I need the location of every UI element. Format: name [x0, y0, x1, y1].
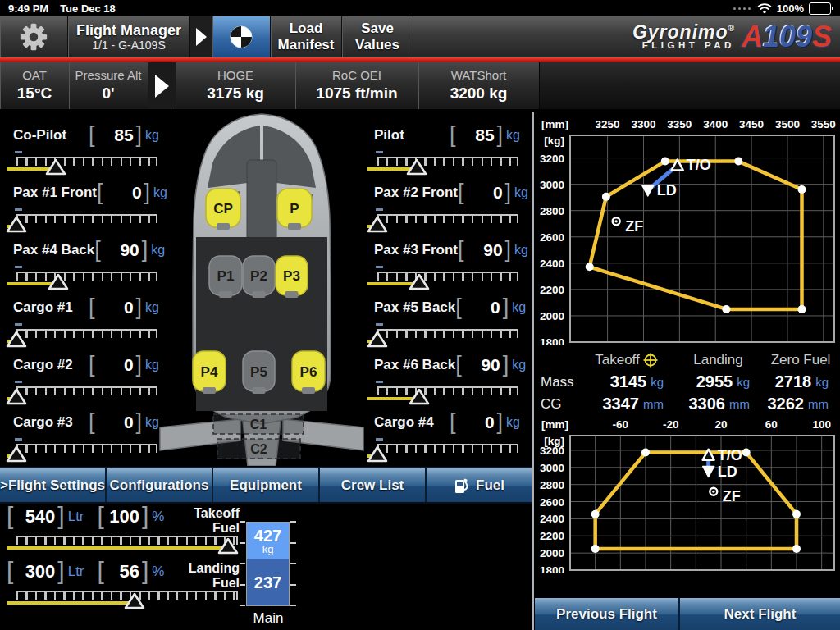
expand-arrow[interactable]: [190, 16, 212, 57]
slider-track[interactable]: [368, 386, 520, 406]
flight-manager-button[interactable]: Flight Manager 1/1 - G-A109S: [68, 16, 190, 57]
tab-flight-settings[interactable]: >Flight Settings: [0, 468, 107, 502]
slider-thumb[interactable]: [367, 445, 388, 463]
save-values-line2: Values: [355, 37, 399, 53]
slider-ruler: [16, 386, 158, 395]
slider-track[interactable]: [368, 329, 520, 349]
tab-crew-list[interactable]: Crew List: [320, 468, 427, 502]
seat-P4[interactable]: P4: [193, 351, 226, 394]
svg-text:100: 100: [812, 418, 831, 431]
seat-P[interactable]: P: [277, 189, 312, 230]
next-flight-button[interactable]: Next Flight: [680, 598, 840, 630]
oat-label: OAT: [22, 68, 47, 84]
roc-oei-cell[interactable]: RoC OEI 1075 ft/min: [295, 62, 419, 109]
slider-track[interactable]: [7, 272, 159, 291]
tab-fuel-label: Fuel: [476, 477, 504, 494]
fuel-slider-track[interactable]: [7, 591, 240, 610]
slider-value-field[interactable]: [0]kg: [89, 355, 159, 375]
fuel-tank-name: Main: [236, 610, 300, 627]
previous-flight-button[interactable]: Previous Flight: [535, 598, 680, 630]
slider-fill: [7, 546, 222, 550]
svg-text:20: 20: [714, 418, 727, 431]
slider-thumb[interactable]: [48, 272, 69, 290]
tab-fuel[interactable]: Fuel: [427, 468, 532, 502]
hoge-label: HOGE: [217, 68, 253, 84]
fuel-percent-field[interactable]: [100]%: [98, 506, 165, 527]
settings-button[interactable]: [0, 16, 68, 57]
slider-track[interactable]: [368, 214, 520, 234]
svg-text:2600: 2600: [540, 231, 564, 244]
slider-value-field[interactable]: [0]kg: [450, 413, 520, 432]
slider-value-field[interactable]: [0]kg: [97, 183, 167, 203]
seat-P1[interactable]: P1: [209, 256, 242, 298]
seat-CP[interactable]: CP: [206, 189, 240, 230]
svg-text:P3: P3: [283, 268, 300, 284]
slider-value-field[interactable]: [0]kg: [89, 298, 159, 317]
slider-thumb[interactable]: [6, 445, 27, 463]
load-manifest-button[interactable]: Load Manifest: [271, 16, 342, 57]
tab-configurations[interactable]: Configurations: [107, 468, 213, 502]
slider-value-field[interactable]: [90]kg: [455, 355, 526, 375]
slider-thumb[interactable]: [367, 215, 388, 233]
svg-text:3550: 3550: [811, 118, 836, 130]
slider-track[interactable]: [7, 214, 159, 234]
slider-value-field[interactable]: [90]kg: [94, 240, 165, 260]
hoge-cell[interactable]: HOGE 3175 kg: [176, 62, 296, 109]
slider-track[interactable]: [7, 444, 159, 463]
seat-P2[interactable]: P2: [243, 256, 275, 298]
performance-bar: OAT 15°C Pressure Alt 0' HOGE 3175 kg Ro…: [0, 62, 840, 110]
seat-P3[interactable]: P3: [276, 256, 308, 298]
slider-thumb[interactable]: [6, 387, 27, 405]
slider-track[interactable]: [368, 444, 520, 463]
slider-thumb[interactable]: [409, 387, 430, 405]
cargo-C2[interactable]: C2: [217, 439, 300, 459]
tab-equipment[interactable]: Equipment: [213, 468, 320, 502]
pressure-alt-cell[interactable]: Pressure Alt 0': [69, 62, 148, 109]
slider-track[interactable]: [368, 157, 520, 176]
svg-text:P6: P6: [300, 364, 317, 380]
slider-label: Pax #2 Front: [374, 185, 458, 201]
performance-expand-arrow[interactable]: [148, 62, 176, 109]
fuel-tank-gauge[interactable]: 427kg 237: [246, 522, 290, 606]
fuel-litres-field[interactable]: [300]Ltr: [7, 561, 84, 582]
landing-mass: 2955kg: [675, 371, 761, 393]
save-values-button[interactable]: Save Values: [342, 16, 413, 57]
load-slider-pax-4-back: Pax #4 Back[90]kg: [7, 234, 159, 290]
slider-value-field[interactable]: [0]kg: [458, 183, 528, 203]
load-slider-cargo-2: Cargo #2[0]kg: [7, 349, 159, 404]
slider-value-field[interactable]: [90]kg: [458, 240, 528, 260]
brand-logo: Gyronimo® FLIGHT PAD A109S: [632, 16, 840, 57]
slider-track[interactable]: [7, 329, 159, 349]
cargo-C1[interactable]: C1: [213, 414, 304, 434]
mass-cg-table: Takeoff Landing Zero Fuel Mass 3145kg 29…: [537, 349, 840, 415]
slider-thumb[interactable]: [406, 158, 427, 176]
load-slider-pax-2-front: Pax #2 Front[0]kg: [368, 176, 520, 232]
slider-track[interactable]: [7, 386, 159, 406]
slider-fill: [368, 167, 411, 171]
slider-thumb[interactable]: [124, 591, 145, 609]
oat-cell[interactable]: OAT 15°C: [0, 62, 70, 109]
svg-text:[kg]: [kg]: [544, 435, 564, 447]
fuel-litres-field[interactable]: [540]Ltr: [7, 506, 84, 527]
slider-thumb[interactable]: [6, 330, 27, 348]
slider-track[interactable]: [7, 157, 159, 176]
slider-thumb[interactable]: [45, 158, 66, 176]
slider-value-field[interactable]: [0]kg: [89, 413, 159, 432]
seat-P5[interactable]: P5: [243, 351, 275, 394]
slider-thumb[interactable]: [6, 215, 27, 233]
panel-divider[interactable]: [532, 112, 534, 630]
slider-fill: [368, 282, 413, 285]
slider-thumb[interactable]: [367, 330, 388, 348]
cg-view-button[interactable]: [212, 16, 271, 57]
slider-value-field[interactable]: [0]kg: [455, 298, 526, 317]
watshort-cell[interactable]: WATShort 3200 kg: [418, 62, 540, 109]
seat-P6[interactable]: P6: [292, 351, 325, 394]
flight-manager-title: Flight Manager: [76, 22, 181, 39]
slider-thumb[interactable]: [217, 536, 239, 555]
slider-thumb[interactable]: [409, 272, 430, 290]
slider-value-field[interactable]: [85]kg: [450, 126, 520, 145]
fuel-slider-track[interactable]: [7, 536, 240, 555]
fuel-percent-field[interactable]: [56]%: [98, 561, 165, 582]
slider-track[interactable]: [368, 272, 520, 291]
slider-value-field[interactable]: [85]kg: [89, 126, 159, 145]
